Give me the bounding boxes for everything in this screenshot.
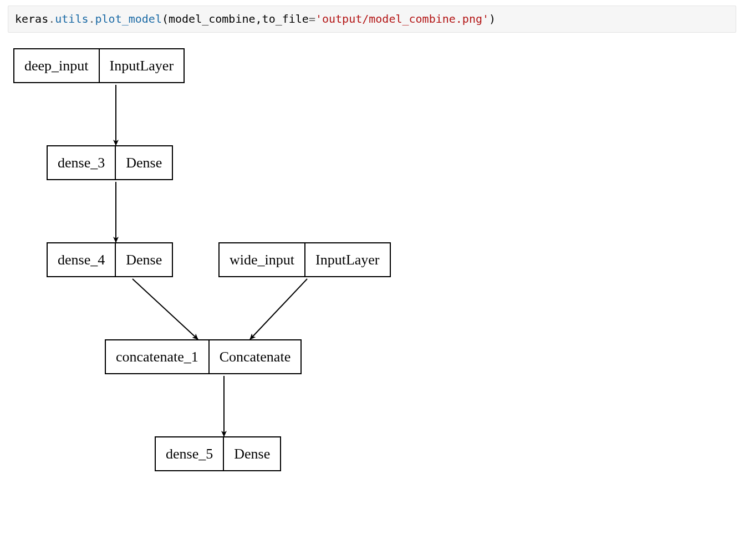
model-diagram: deep_input InputLayer dense_3 Dense dens… <box>8 48 451 558</box>
code-token: plot_model <box>95 12 162 26</box>
layer-type: Dense <box>116 146 172 179</box>
edge <box>133 279 198 339</box>
layer-name: deep_input <box>14 49 99 82</box>
code-token: ( <box>162 12 169 26</box>
code-token: model_combine <box>169 12 256 26</box>
layer-name: wide_input <box>220 243 304 276</box>
edges-layer <box>8 48 451 558</box>
layer-name: dense_5 <box>156 437 223 470</box>
layer-type: InputLayer <box>100 49 184 82</box>
layer-type: Dense <box>224 437 280 470</box>
code-token: 'output/model_combine.png' <box>315 12 489 26</box>
code-token: . <box>48 12 55 26</box>
layer-node-dense-3: dense_3 Dense <box>47 145 173 180</box>
layer-node-wide-input: wide_input InputLayer <box>218 242 391 277</box>
layer-name: dense_4 <box>48 243 115 276</box>
layer-type: Dense <box>116 243 172 276</box>
edge <box>250 279 307 339</box>
code-token: = <box>309 12 315 26</box>
code-cell: keras.utils.plot_model(model_combine,to_… <box>8 6 736 33</box>
layer-name: concatenate_1 <box>106 340 208 373</box>
layer-name: dense_3 <box>48 146 115 179</box>
layer-type: InputLayer <box>305 243 390 276</box>
code-token: utils <box>55 12 88 26</box>
layer-node-concatenate-1: concatenate_1 Concatenate <box>105 339 302 374</box>
code-token: keras <box>15 12 48 26</box>
layer-node-dense-4: dense_4 Dense <box>47 242 173 277</box>
code-token: , <box>256 12 262 26</box>
code-token: to_file <box>262 12 309 26</box>
code-token: . <box>88 12 95 26</box>
layer-type: Concatenate <box>210 340 301 373</box>
layer-node-deep-input: deep_input InputLayer <box>13 48 185 83</box>
code-token: ) <box>489 12 496 26</box>
layer-node-dense-5: dense_5 Dense <box>155 436 281 471</box>
